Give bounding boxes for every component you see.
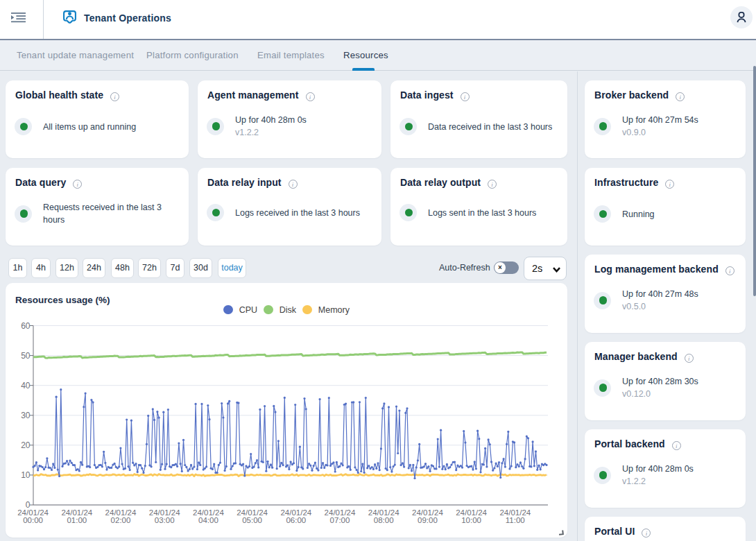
svg-text:20: 20 bbox=[21, 440, 31, 450]
svg-text:09:00: 09:00 bbox=[418, 516, 438, 524]
svg-text:60: 60 bbox=[21, 321, 31, 331]
svg-text:06:00: 06:00 bbox=[286, 516, 306, 524]
svg-text:05:00: 05:00 bbox=[242, 516, 262, 524]
svg-text:00:00: 00:00 bbox=[23, 516, 43, 524]
svg-text:40: 40 bbox=[21, 381, 31, 390]
svg-text:10:00: 10:00 bbox=[461, 516, 481, 524]
svg-text:03:00: 03:00 bbox=[155, 516, 175, 524]
svg-text:02:00: 02:00 bbox=[111, 516, 131, 524]
svg-text:04:00: 04:00 bbox=[198, 516, 218, 524]
svg-text:30: 30 bbox=[21, 411, 31, 420]
svg-text:50: 50 bbox=[21, 351, 31, 361]
svg-text:08:00: 08:00 bbox=[374, 516, 394, 524]
svg-text:10: 10 bbox=[21, 470, 31, 480]
svg-text:07:00: 07:00 bbox=[330, 516, 350, 524]
svg-text:01:00: 01:00 bbox=[67, 516, 87, 524]
svg-text:11:00: 11:00 bbox=[506, 516, 525, 524]
